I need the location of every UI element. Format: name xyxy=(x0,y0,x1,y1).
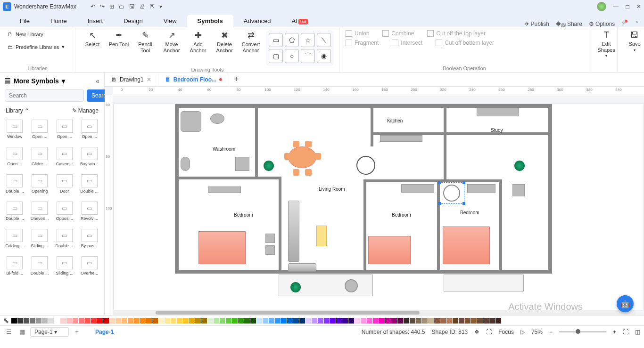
library-item[interactable]: ▭Window xyxy=(3,118,27,144)
color-swatch[interactable] xyxy=(97,318,103,324)
color-swatch[interactable] xyxy=(312,318,317,324)
color-swatch[interactable] xyxy=(477,318,483,324)
focus-button[interactable]: Focus xyxy=(498,329,514,335)
rug[interactable] xyxy=(316,226,327,246)
color-swatch[interactable] xyxy=(226,318,231,324)
color-swatch[interactable] xyxy=(109,318,115,324)
color-swatch[interactable] xyxy=(275,318,281,324)
zoom-out-button[interactable]: − xyxy=(549,329,553,335)
color-swatch[interactable] xyxy=(238,318,244,324)
sidebar-dropdown-icon[interactable]: ▾ xyxy=(62,77,65,85)
fit-icon[interactable]: ⛶ xyxy=(486,329,492,335)
color-swatch[interactable] xyxy=(36,318,41,324)
tab-drawing1[interactable]: 🗎 Drawing1 ✕ xyxy=(105,73,158,86)
delete-anchor-tool[interactable]: ✖Delete Anchor xyxy=(213,30,236,53)
library-item[interactable]: ▭Open ... xyxy=(53,118,77,144)
color-swatch[interactable] xyxy=(214,318,219,324)
horizontal-scrollbar[interactable] xyxy=(113,310,636,315)
panels-icon[interactable]: ◫ xyxy=(635,329,640,335)
cut-bottom-button[interactable]: Cut off bottom layer xyxy=(436,40,494,46)
layers-icon[interactable]: ❖ xyxy=(474,329,479,335)
color-swatch[interactable] xyxy=(318,318,323,324)
color-swatch[interactable] xyxy=(128,318,133,324)
color-swatch[interactable] xyxy=(342,318,348,324)
zoom-in-button[interactable]: + xyxy=(613,329,616,335)
color-swatch[interactable] xyxy=(232,318,238,324)
color-swatch[interactable] xyxy=(471,318,477,324)
shape-line-icon[interactable]: ＼ xyxy=(317,33,331,47)
library-item[interactable]: ▭Sliding ... xyxy=(53,254,77,281)
sofa[interactable] xyxy=(288,201,299,262)
selection-box[interactable] xyxy=(439,182,464,204)
color-swatch[interactable] xyxy=(171,318,176,324)
active-page-tab[interactable]: Page-1 xyxy=(89,328,120,336)
chat-button[interactable]: 🤖 xyxy=(617,295,634,312)
menu-design[interactable]: Design xyxy=(113,15,153,27)
manage-button[interactable]: ✎ Manage xyxy=(72,107,99,114)
color-swatch[interactable] xyxy=(367,318,372,324)
color-swatch[interactable] xyxy=(465,318,471,324)
shape-rect-icon[interactable]: ▭ xyxy=(269,33,283,47)
library-item[interactable]: ▭Bi-fold ... xyxy=(3,254,27,281)
shape-picker[interactable]: ▭ ⬠ ☆ ＼ ▢ ○ ⌒ ◉ xyxy=(266,30,334,66)
shape-arc-icon[interactable]: ⌒ xyxy=(301,49,315,63)
library-item[interactable]: ▭Double ... xyxy=(28,254,52,281)
save-button[interactable]: 🖫Save▾ xyxy=(623,30,644,52)
library-item[interactable]: ▭Sliding ... xyxy=(28,227,52,253)
library-item[interactable]: ▭Bay win... xyxy=(77,145,101,171)
color-swatch[interactable] xyxy=(244,318,250,324)
dining-table[interactable] xyxy=(288,146,316,168)
export-icon[interactable]: ⇱ xyxy=(150,3,155,10)
color-swatch[interactable] xyxy=(281,318,287,324)
color-swatch[interactable] xyxy=(336,318,342,324)
color-swatch[interactable] xyxy=(299,318,305,324)
shape-circle-icon[interactable]: ○ xyxy=(285,49,299,63)
fragment-button[interactable]: Fragment xyxy=(346,40,379,46)
color-swatch[interactable] xyxy=(54,318,60,324)
menu-ai[interactable]: AIhot xyxy=(281,15,319,27)
color-swatch[interactable] xyxy=(17,318,23,324)
edit-shapes-button[interactable]: TEdit Shapes ▾ xyxy=(595,30,618,58)
close-window-icon[interactable]: ✕ xyxy=(636,3,641,10)
color-swatch[interactable] xyxy=(195,318,201,324)
shape-roundrect-icon[interactable]: ▢ xyxy=(269,49,283,63)
menu-symbols[interactable]: Symbols xyxy=(187,15,233,27)
color-swatch[interactable] xyxy=(422,318,428,324)
color-swatch[interactable] xyxy=(85,318,91,324)
color-swatch[interactable] xyxy=(116,318,121,324)
color-swatch[interactable] xyxy=(91,318,97,324)
pencil-tool[interactable]: ✎Pencil Tool xyxy=(134,30,157,53)
library-item[interactable]: ▭Revolvi... xyxy=(77,200,101,226)
color-swatch[interactable] xyxy=(355,318,360,324)
fullscreen-icon[interactable]: ⛶ xyxy=(623,329,628,335)
new-library-button[interactable]: 🗋 New Library xyxy=(6,30,69,39)
open-icon[interactable]: 🗀 xyxy=(119,3,124,10)
library-item[interactable]: ▭Overhe... xyxy=(77,254,101,281)
color-swatch[interactable] xyxy=(397,318,403,324)
color-swatch[interactable] xyxy=(440,318,446,324)
color-swatch[interactable] xyxy=(287,318,293,324)
color-swatch[interactable] xyxy=(201,318,207,324)
color-swatch[interactable] xyxy=(30,318,35,324)
color-swatch[interactable] xyxy=(42,318,48,324)
color-swatch[interactable] xyxy=(428,318,434,324)
color-swatch[interactable] xyxy=(256,318,262,324)
color-swatch[interactable] xyxy=(66,318,72,324)
page-thumb-icon[interactable]: ▦ xyxy=(17,327,27,337)
color-swatch[interactable] xyxy=(73,318,78,324)
color-swatch[interactable] xyxy=(324,318,330,324)
color-palette[interactable]: ⬉ xyxy=(0,315,644,325)
plant[interactable] xyxy=(264,161,274,171)
sidebar-collapse-icon[interactable]: « xyxy=(96,77,99,85)
color-swatch[interactable] xyxy=(189,318,195,324)
bed[interactable] xyxy=(443,227,490,264)
notifications-icon[interactable]: ? xyxy=(621,21,629,27)
color-swatch[interactable] xyxy=(220,318,225,324)
cut-top-button[interactable]: Cut off the top layer xyxy=(427,30,486,37)
color-swatch[interactable] xyxy=(373,318,379,324)
library-item[interactable]: ▭Double ... xyxy=(77,172,101,199)
library-item[interactable]: ▭Open ... xyxy=(28,118,52,144)
color-swatch[interactable] xyxy=(293,318,299,324)
convert-anchor-tool[interactable]: ⇄Convert Anchor xyxy=(239,30,262,53)
union-button[interactable]: Union xyxy=(346,30,369,37)
